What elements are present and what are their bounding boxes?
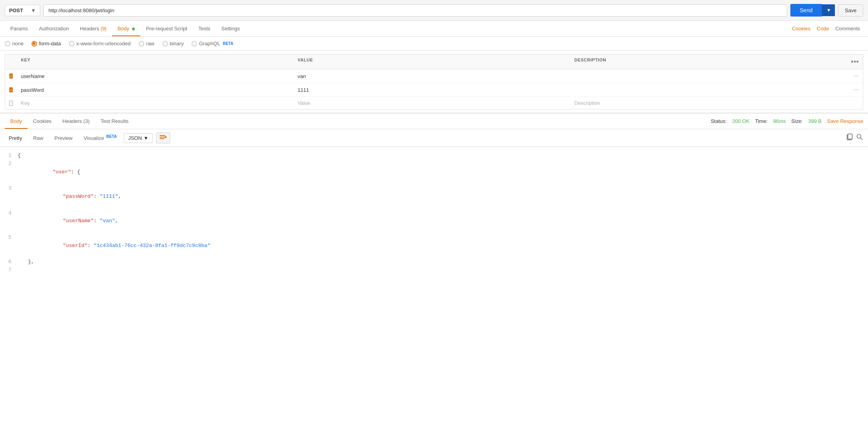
radio-circle-binary bbox=[162, 41, 168, 46]
checkbox-username[interactable] bbox=[9, 73, 13, 79]
send-group: Send ▼ bbox=[790, 4, 835, 17]
method-select[interactable]: POST ▼ bbox=[5, 5, 40, 16]
th-check bbox=[5, 54, 17, 69]
row2-value[interactable]: 1111 bbox=[294, 84, 570, 96]
radio-none-label: none bbox=[12, 41, 24, 46]
row3-key-placeholder[interactable]: Key bbox=[17, 97, 294, 109]
response-tab-body[interactable]: Body bbox=[5, 113, 28, 129]
graphql-beta-badge: BETA bbox=[223, 41, 233, 46]
radio-none[interactable]: none bbox=[5, 41, 24, 46]
json-line-1: 1 { bbox=[0, 152, 868, 160]
json-line-2: 2 "user": { bbox=[0, 160, 868, 184]
radio-form-data[interactable]: form-data bbox=[32, 41, 61, 46]
line-content-2: "user": { bbox=[18, 160, 868, 184]
radio-binary[interactable]: binary bbox=[162, 41, 184, 46]
row3-value-placeholder[interactable]: Value bbox=[294, 97, 570, 109]
row2-checkbox[interactable] bbox=[5, 84, 17, 96]
checkbox-empty[interactable] bbox=[9, 100, 13, 106]
copy-button[interactable] bbox=[846, 134, 853, 142]
search-icon bbox=[856, 134, 863, 141]
row2-description[interactable] bbox=[570, 87, 847, 93]
row3-description-placeholder[interactable]: Description bbox=[570, 97, 847, 109]
response-format-row: Pretty Raw Preview Visualize BETA JSON ▼ bbox=[0, 129, 868, 147]
copy-icon bbox=[846, 134, 853, 141]
line-content-1: { bbox=[18, 152, 868, 160]
row1-more[interactable]: ··· bbox=[847, 69, 863, 83]
json-line-4: 4 "userName": "van", bbox=[0, 209, 868, 234]
row3-checkbox[interactable] bbox=[5, 97, 17, 109]
radio-circle-raw bbox=[139, 41, 144, 46]
json-format-select[interactable]: JSON ▼ bbox=[124, 133, 153, 143]
line-num-4: 4 bbox=[0, 209, 18, 217]
radio-graphql[interactable]: GraphQL BETA bbox=[192, 41, 233, 46]
format-visualize-label: Visualize bbox=[84, 136, 104, 141]
radio-urlencoded-label: x-www-form-urlencoded bbox=[76, 41, 131, 46]
response-tab-headers[interactable]: Headers (3) bbox=[57, 113, 95, 129]
row2-more[interactable]: ··· bbox=[847, 83, 863, 97]
url-input[interactable] bbox=[43, 4, 787, 17]
json-line-5: 5 "userId": "1c434ab1-76cc-432a-8fa1-ff9… bbox=[0, 234, 868, 258]
tabs-row: Params Authorization Headers (9) Body Pr… bbox=[0, 21, 868, 37]
line-content-4: "userName": "van", bbox=[18, 209, 868, 234]
line-content-7: "token": bbox=[18, 266, 868, 273]
radio-binary-label: binary bbox=[170, 41, 184, 46]
row1-description[interactable] bbox=[570, 73, 847, 79]
tab-params[interactable]: Params bbox=[5, 21, 34, 36]
tab-cookies[interactable]: Cookies bbox=[789, 21, 814, 36]
row1-checkbox[interactable] bbox=[5, 70, 17, 82]
save-response-button[interactable]: Save Response bbox=[827, 118, 863, 124]
tab-pre-request[interactable]: Pre-request Script bbox=[140, 21, 193, 36]
line-num-1: 1 bbox=[0, 152, 18, 160]
top-bar: POST ▼ Send ▼ Save bbox=[0, 0, 868, 21]
json-line-6: 6 }, bbox=[0, 258, 868, 266]
response-tab-test-results[interactable]: Test Results bbox=[95, 113, 134, 129]
json-format-caret: ▼ bbox=[143, 135, 149, 141]
form-data-table: KEY VALUE DESCRIPTION ••• Bulk Edit user… bbox=[5, 54, 863, 110]
json-line-3: 3 "passWord": "1111", bbox=[0, 184, 868, 209]
line-num-2: 2 bbox=[0, 160, 18, 168]
tab-headers-badge: (9) bbox=[101, 26, 106, 32]
format-visualize[interactable]: Visualize BETA bbox=[80, 132, 121, 143]
time-value: 96ms bbox=[773, 118, 786, 124]
send-button[interactable]: Send bbox=[790, 4, 822, 17]
line-num-6: 6 bbox=[0, 258, 18, 266]
table-row: Key Value Description bbox=[5, 97, 863, 109]
search-button[interactable] bbox=[856, 134, 863, 142]
save-button[interactable]: Save bbox=[838, 4, 863, 17]
wrap-button[interactable] bbox=[156, 132, 170, 143]
tab-comments[interactable]: Comments bbox=[832, 21, 863, 36]
tab-body[interactable]: Body bbox=[112, 21, 140, 36]
tab-authorization[interactable]: Authorization bbox=[34, 21, 75, 36]
send-caret-button[interactable]: ▼ bbox=[822, 4, 835, 16]
size-label: Size: bbox=[791, 118, 803, 124]
row1-key[interactable]: userName bbox=[17, 70, 294, 82]
line-content-5: "userId": "1c434ab1-76cc-432a-8fa1-ff9dc… bbox=[18, 234, 868, 258]
response-tab-cookies[interactable]: Cookies bbox=[28, 113, 57, 129]
format-pretty[interactable]: Pretty bbox=[5, 133, 26, 143]
json-format-label: JSON bbox=[128, 135, 142, 141]
table-row: userName van ··· bbox=[5, 69, 863, 83]
format-raw[interactable]: Raw bbox=[29, 133, 47, 143]
method-label: POST bbox=[9, 7, 23, 13]
line-content-3: "passWord": "1111", bbox=[18, 184, 868, 209]
radio-circle-urlencoded bbox=[69, 41, 75, 46]
checkbox-password[interactable] bbox=[9, 87, 13, 93]
tab-code[interactable]: Code bbox=[814, 21, 832, 36]
tab-settings[interactable]: Settings bbox=[216, 21, 246, 36]
json-line-7: 7 "token": bbox=[0, 266, 868, 273]
radio-urlencoded[interactable]: x-www-form-urlencoded bbox=[69, 41, 131, 46]
radio-raw[interactable]: raw bbox=[139, 41, 155, 46]
row1-value[interactable]: van bbox=[294, 70, 570, 82]
tab-tests[interactable]: Tests bbox=[193, 21, 216, 36]
format-preview[interactable]: Preview bbox=[50, 133, 76, 143]
table-row: passWord 1111 ··· bbox=[5, 83, 863, 97]
row3-more bbox=[847, 100, 863, 106]
status-value: 200 OK bbox=[732, 118, 749, 124]
tab-headers[interactable]: Headers (9) bbox=[75, 21, 112, 36]
line-num-7: 7 bbox=[0, 266, 18, 273]
json-content: 1 { 2 "user": { 3 "passWord": "1111", 4 … bbox=[0, 147, 868, 273]
status-label: Status: bbox=[711, 118, 726, 124]
table-header: KEY VALUE DESCRIPTION ••• Bulk Edit bbox=[5, 54, 863, 69]
more-options-icon[interactable]: ••• bbox=[851, 58, 859, 66]
row2-key[interactable]: passWord bbox=[17, 84, 294, 96]
